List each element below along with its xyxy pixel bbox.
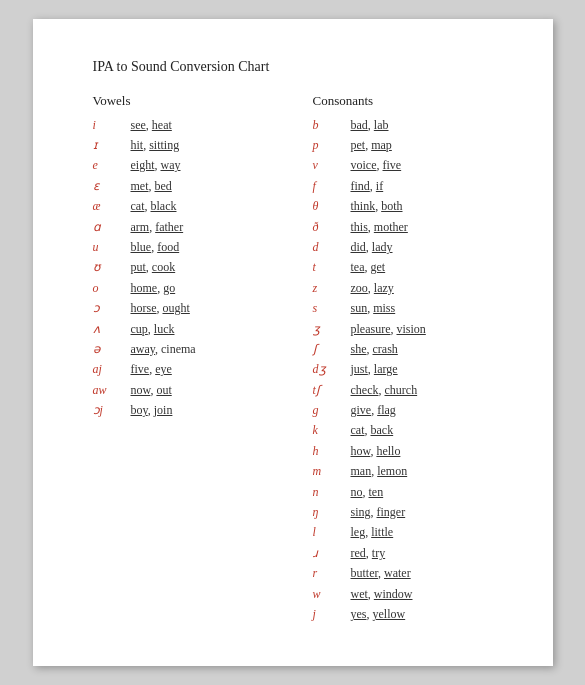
table-row: eeight, way: [93, 157, 283, 174]
underlined-example: boy: [131, 403, 148, 417]
ipa-symbol: m: [313, 463, 351, 480]
underlined-example: wet: [351, 587, 368, 601]
examples: boy, join: [131, 402, 173, 419]
underlined-example: window: [374, 587, 413, 601]
ipa-symbol: tʃ: [313, 382, 351, 399]
underlined-example: yellow: [373, 607, 406, 621]
table-row: ttea, get: [313, 259, 503, 276]
table-row: ggive, flag: [313, 402, 503, 419]
ipa-symbol: æ: [93, 198, 131, 215]
table-row: jyes, yellow: [313, 606, 503, 623]
examples: wet, window: [351, 586, 413, 603]
underlined-example: give: [351, 403, 372, 417]
underlined-example: arm: [131, 220, 150, 234]
examples: hit, sitting: [131, 137, 180, 154]
underlined-example: bad: [351, 118, 368, 132]
examples: now, out: [131, 382, 172, 399]
examples: away, cinema: [131, 341, 196, 358]
table-row: ʒpleasure, vision: [313, 321, 503, 338]
examples: cat, back: [351, 422, 394, 439]
vowels-column: Vowels isee, heatɪhit, sittingeeight, wa…: [93, 93, 283, 627]
ipa-symbol: r: [313, 565, 351, 582]
table-row: hhow, hello: [313, 443, 503, 460]
underlined-example: bed: [155, 179, 172, 193]
table-row: ɹred, try: [313, 545, 503, 562]
underlined-example: horse: [131, 301, 157, 315]
table-row: æcat, black: [93, 198, 283, 215]
ipa-symbol: h: [313, 443, 351, 460]
table-row: mman, lemon: [313, 463, 503, 480]
underlined-example: sitting: [149, 138, 179, 152]
underlined-example: hello: [376, 444, 400, 458]
ipa-symbol: d: [313, 239, 351, 256]
examples: think, both: [351, 198, 403, 215]
examples: home, go: [131, 280, 176, 297]
underlined-example: join: [154, 403, 173, 417]
underlined-example: mother: [374, 220, 408, 234]
ipa-symbol: z: [313, 280, 351, 297]
examples: sing, finger: [351, 504, 406, 521]
table-row: ɔjboy, join: [93, 402, 283, 419]
examples: five, eye: [131, 361, 172, 378]
ipa-symbol: ɪ: [93, 137, 131, 154]
table-row: rbutter, water: [313, 565, 503, 582]
page-title: IPA to Sound Conversion Chart: [93, 59, 503, 75]
examples: horse, ought: [131, 300, 190, 317]
table-row: ʌcup, luck: [93, 321, 283, 338]
underlined-example: away: [131, 342, 156, 356]
ipa-symbol: ð: [313, 219, 351, 236]
underlined-example: red: [351, 546, 366, 560]
page: IPA to Sound Conversion Chart Vowels ise…: [33, 19, 553, 667]
table-row: isee, heat: [93, 117, 283, 134]
examples: red, try: [351, 545, 386, 562]
ipa-symbol: aw: [93, 382, 131, 399]
underlined-example: church: [384, 383, 417, 397]
table-row: zzoo, lazy: [313, 280, 503, 297]
underlined-example: sing: [351, 505, 371, 519]
underlined-example: did: [351, 240, 366, 254]
underlined-example: vision: [396, 322, 425, 336]
table-row: nno, ten: [313, 484, 503, 501]
underlined-example: man: [351, 464, 372, 478]
underlined-example: voice: [351, 158, 377, 172]
underlined-example: get: [371, 260, 386, 274]
ipa-symbol: i: [93, 117, 131, 134]
underlined-example: back: [371, 423, 394, 437]
underlined-example: check: [351, 383, 379, 397]
underlined-example: butter: [351, 566, 379, 580]
underlined-example: sun: [351, 301, 368, 315]
underlined-example: met: [131, 179, 149, 193]
examples: met, bed: [131, 178, 172, 195]
underlined-example: way: [161, 158, 181, 172]
underlined-example: put: [131, 260, 146, 274]
table-row: ɪhit, sitting: [93, 137, 283, 154]
underlined-example: heat: [152, 118, 172, 132]
ipa-symbol: ə: [93, 341, 131, 358]
underlined-example: see: [131, 118, 146, 132]
ipa-symbol: dʒ: [313, 361, 351, 378]
consonants-rows: bbad, labppet, mapvvoice, fiveffind, ifθ…: [313, 117, 503, 624]
table-row: dʒjust, large: [313, 361, 503, 378]
examples: see, heat: [131, 117, 172, 134]
ipa-symbol: ɛ: [93, 178, 131, 195]
underlined-example: hit: [131, 138, 144, 152]
examples: she, crash: [351, 341, 398, 358]
examples: blue, food: [131, 239, 180, 256]
table-row: kcat, back: [313, 422, 503, 439]
examples: zoo, lazy: [351, 280, 394, 297]
table-row: ɛmet, bed: [93, 178, 283, 195]
columns-container: Vowels isee, heatɪhit, sittingeeight, wa…: [93, 93, 503, 627]
underlined-example: lemon: [377, 464, 407, 478]
underlined-example: miss: [373, 301, 395, 315]
examples: tea, get: [351, 259, 386, 276]
table-row: ʊput, cook: [93, 259, 283, 276]
examples: did, lady: [351, 239, 393, 256]
ipa-symbol: ɑ: [93, 219, 131, 236]
ipa-symbol: ŋ: [313, 504, 351, 521]
examples: just, large: [351, 361, 398, 378]
table-row: ðthis, mother: [313, 219, 503, 236]
underlined-example: she: [351, 342, 367, 356]
table-row: ɔhorse, ought: [93, 300, 283, 317]
examples: arm, father: [131, 219, 184, 236]
underlined-example: finger: [377, 505, 406, 519]
